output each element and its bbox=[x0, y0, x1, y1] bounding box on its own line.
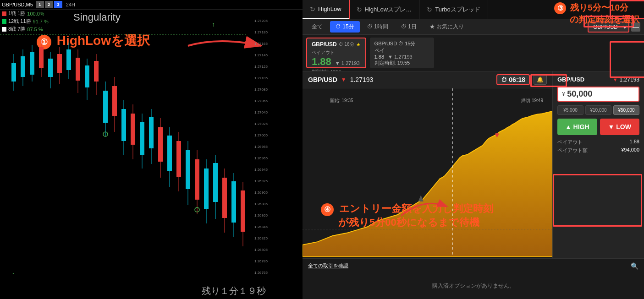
high-button[interactable]: ▲ HIGH bbox=[557, 119, 597, 135]
chart-close-label: 締切 19:49 bbox=[521, 98, 543, 104]
tf-btn-1[interactable]: 1 bbox=[36, 1, 44, 8]
svg-rect-42 bbox=[195, 159, 199, 200]
svg-rect-6 bbox=[30, 52, 34, 75]
right-chart-header: GBP/USD ▼ 1.27193 ⏱ 06:18 🔔 bbox=[303, 71, 552, 88]
tab-highlow[interactable]: ↻ HighLow bbox=[303, 0, 349, 19]
svg-rect-24 bbox=[112, 86, 117, 116]
svg-rect-34 bbox=[158, 127, 163, 162]
svg-text:1.26845: 1.26845 bbox=[254, 225, 268, 229]
trades-link[interactable]: 全ての取引を確認 bbox=[308, 262, 348, 269]
svg-rect-36 bbox=[167, 136, 172, 171]
inst-card-1[interactable]: GBP/USD ⏱ 16分 ★ ペイアウト 1.88 ▼ 1.27193 判定時… bbox=[306, 38, 366, 68]
svg-text:1.27145: 1.27145 bbox=[254, 53, 268, 57]
qa-10000[interactable]: ¥10,000 bbox=[585, 105, 611, 115]
svg-rect-4 bbox=[21, 56, 25, 77]
low-button[interactable]: ▼ LOW bbox=[600, 119, 640, 135]
right-chart: GBP/USD ▼ 1.27193 ⏱ 06:18 🔔 開始: 19:35 締切… bbox=[303, 71, 552, 258]
subtab-1hr[interactable]: ⏱ 1時間 bbox=[362, 21, 394, 33]
svg-text:1.27025: 1.27025 bbox=[254, 122, 268, 126]
svg-text:1.26765: 1.26765 bbox=[254, 271, 268, 274]
op-pair-label: GBP/USD bbox=[557, 76, 584, 83]
ann3-line2: の判定時刻を選択 bbox=[570, 15, 639, 24]
tab-spread-label: HighLowスプレ… bbox=[365, 5, 412, 14]
subtab-all[interactable]: 全て bbox=[306, 21, 328, 33]
tab-turbo-icon: ↻ bbox=[427, 6, 432, 13]
tab-spread-icon: ↻ bbox=[357, 6, 362, 13]
tab-highlow-label: HighLow bbox=[318, 5, 341, 12]
ann3-circle: ③ bbox=[554, 2, 566, 14]
search-icon[interactable]: 🔍 bbox=[631, 262, 638, 270]
timeframe-buttons[interactable]: 1 2 3 bbox=[36, 1, 62, 8]
svg-rect-44 bbox=[204, 169, 209, 209]
annotation-3: ③ 残り5分〜10分 の判定時刻を選択 bbox=[554, 2, 639, 26]
card-1-payout-label: ペイアウト bbox=[312, 49, 361, 56]
svg-text:1.26985: 1.26985 bbox=[254, 145, 268, 149]
svg-text:♥: ♥ bbox=[495, 130, 499, 140]
amount-input-wrap[interactable]: ¥ bbox=[557, 87, 639, 102]
card-1-pair: GBP/USD bbox=[312, 41, 337, 48]
svg-text:1.27125: 1.27125 bbox=[254, 65, 268, 69]
svg-rect-22 bbox=[103, 91, 108, 123]
qa-50000[interactable]: ¥50,000 bbox=[613, 105, 639, 115]
subtab-favorites[interactable]: ★ お気に入り bbox=[424, 21, 469, 33]
card-2-payout-val: 1.88 bbox=[374, 54, 384, 60]
arrow-to-high bbox=[396, 193, 451, 220]
inst-card-2[interactable]: GBP/USD ⏱ 15分 ペイ 1.88 ▼ 1.27193 判定時刻: 19… bbox=[370, 38, 434, 68]
svg-rect-16 bbox=[76, 58, 80, 81]
svg-rect-26 bbox=[121, 109, 126, 141]
subtab-1day[interactable]: ⏱ 1日 bbox=[396, 21, 422, 33]
low-btn-label: ▼ LOW bbox=[608, 123, 631, 130]
payout-val: 1.88 bbox=[630, 139, 639, 146]
card-1-header: GBP/USD ⏱ 16分 ★ bbox=[312, 41, 361, 48]
instrument-cards: GBP/USD ⏱ 16分 ★ ペイアウト 1.88 ▼ 1.27193 判定時… bbox=[303, 35, 644, 71]
svg-text:1.26905: 1.26905 bbox=[254, 190, 268, 195]
svg-rect-8 bbox=[39, 47, 44, 68]
card-2-payout-label: ペイ bbox=[374, 47, 429, 54]
svg-rect-2 bbox=[11, 63, 16, 82]
svg-rect-32 bbox=[149, 117, 154, 148]
no-options-label: 購入済オプションがありません。 bbox=[432, 283, 515, 289]
chart-area: ↑ ↑ 1.27205 1.27185 1.27165 1.27145 1.27… bbox=[0, 8, 303, 285]
subtab-15min[interactable]: ⏱ 15分 bbox=[330, 21, 360, 33]
svg-rect-18 bbox=[85, 65, 89, 87]
rch-arrow-icon: ▼ bbox=[341, 76, 347, 83]
svg-rect-14 bbox=[66, 49, 71, 70]
quick-amounts: ¥5,000 ¥10,000 ¥50,000 bbox=[557, 105, 639, 115]
ann4-circle: ④ bbox=[321, 203, 334, 216]
right-panel: ② 通貨ペアを選択 ③ 残り5分〜10分 の判定時刻を選択 ↻ HighLow … bbox=[303, 0, 644, 299]
left-chart-panel: GBP/USD,M5 1 2 3 24H 1戦 1勝 100.0% 12戦 11… bbox=[0, 0, 303, 299]
svg-rect-40 bbox=[186, 150, 190, 189]
bell-button[interactable]: 🔔 bbox=[534, 75, 547, 85]
svg-rect-28 bbox=[131, 114, 135, 145]
svg-rect-50 bbox=[231, 181, 236, 223]
no-options-text: 購入済オプションがありません。 bbox=[303, 273, 644, 299]
svg-text:1.27205: 1.27205 bbox=[254, 19, 268, 23]
chart-timer: 残り１分１９秒 bbox=[202, 285, 266, 297]
candle-chart-svg: ↑ ↑ 1.27205 1.27185 1.27165 1.27145 1.27… bbox=[0, 8, 275, 274]
high-btn-label: ▲ HIGH bbox=[565, 123, 589, 130]
svg-text:↑: ↑ bbox=[212, 21, 215, 28]
tab-highlow-spread[interactable]: ↻ HighLowスプレ… bbox=[349, 0, 420, 19]
tf-btn-3[interactable]: 3 bbox=[54, 1, 62, 8]
bottom-bar: 全ての取引を確認 🔍 bbox=[303, 258, 644, 273]
svg-text:1.26785: 1.26785 bbox=[254, 259, 268, 263]
right-chart-canvas: 開始: 19:35 締切 19:49 bbox=[303, 88, 552, 257]
card-1-payout-val: 1.88 bbox=[312, 56, 331, 68]
svg-rect-52 bbox=[241, 190, 245, 232]
svg-rect-20 bbox=[94, 61, 99, 82]
svg-text:1.26945: 1.26945 bbox=[254, 168, 268, 172]
ann3-text: 残り5分〜10分 bbox=[570, 3, 628, 12]
svg-text:1.26865: 1.26865 bbox=[254, 213, 268, 217]
tab-turbo[interactable]: ↻ Turboスプレッド bbox=[419, 0, 488, 19]
svg-rect-38 bbox=[176, 141, 181, 177]
svg-text:1.26805: 1.26805 bbox=[254, 248, 268, 252]
svg-text:1.27065: 1.27065 bbox=[254, 99, 268, 103]
svg-text:1.27105: 1.27105 bbox=[254, 76, 268, 80]
payout-amount-label: ペイアウト額 bbox=[557, 147, 588, 154]
svg-text:1.26885: 1.26885 bbox=[254, 202, 268, 206]
card-2-pair: GBP/USD bbox=[374, 41, 397, 46]
tf-btn-2[interactable]: 2 bbox=[45, 1, 53, 8]
qa-5000[interactable]: ¥5,000 bbox=[557, 105, 583, 115]
svg-text:1.27165: 1.27165 bbox=[254, 42, 268, 46]
amount-input[interactable] bbox=[567, 89, 635, 99]
